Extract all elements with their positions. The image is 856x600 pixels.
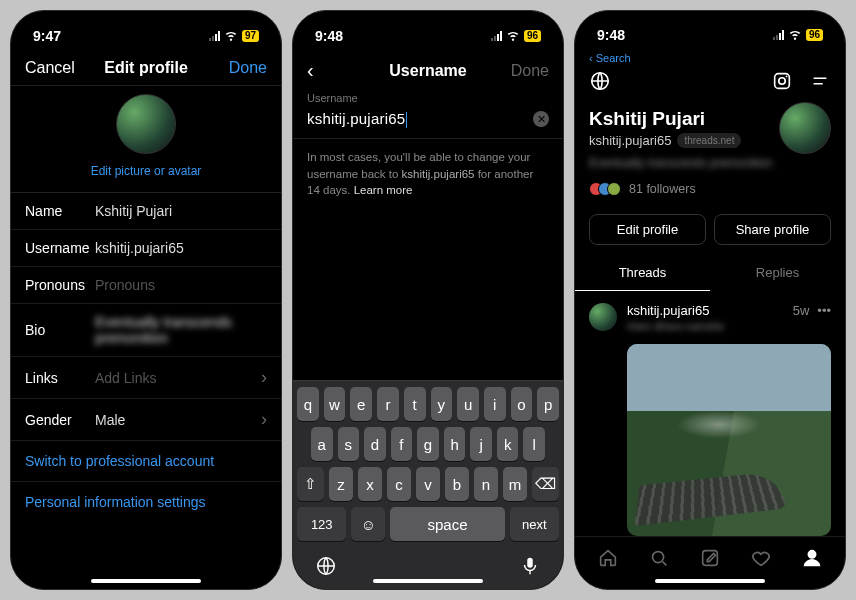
key-c[interactable]: c: [387, 467, 411, 501]
cellular-icon: [209, 31, 220, 41]
key-g[interactable]: g: [417, 427, 439, 461]
chevron-right-icon: ›: [261, 409, 267, 430]
profile-avatar[interactable]: [116, 94, 176, 154]
nav-profile-icon[interactable]: [801, 547, 823, 573]
nav-search-icon[interactable]: [648, 547, 670, 573]
key-e[interactable]: e: [350, 387, 372, 421]
chevron-right-icon: ›: [261, 367, 267, 388]
key-l[interactable]: l: [523, 427, 545, 461]
key-j[interactable]: j: [470, 427, 492, 461]
username-input[interactable]: kshitij.pujari65 ✕: [293, 104, 563, 139]
row-links[interactable]: Links Add Links ›: [11, 357, 281, 399]
tab-threads[interactable]: Threads: [575, 255, 710, 291]
key-n[interactable]: n: [474, 467, 498, 501]
key-h[interactable]: h: [444, 427, 466, 461]
back-search[interactable]: ‹ Search: [575, 50, 845, 64]
key-b[interactable]: b: [445, 467, 469, 501]
value: kshitij.pujari65: [95, 240, 267, 256]
instagram-icon[interactable]: [771, 70, 793, 96]
edit-profile-button[interactable]: Edit profile: [589, 214, 706, 245]
key-v[interactable]: v: [416, 467, 440, 501]
personal-info-link[interactable]: Personal information settings: [11, 482, 281, 522]
num-key[interactable]: 123: [297, 507, 346, 541]
label: Links: [25, 370, 95, 386]
home-indicator[interactable]: [91, 579, 201, 583]
nav-activity-icon[interactable]: [750, 547, 772, 573]
globe-icon[interactable]: [589, 70, 611, 96]
row-gender[interactable]: Gender Male ›: [11, 399, 281, 441]
back-button[interactable]: ‹: [307, 59, 361, 82]
key-y[interactable]: y: [431, 387, 453, 421]
learn-more-link[interactable]: Learn more: [354, 184, 413, 196]
cancel-button[interactable]: Cancel: [25, 59, 79, 77]
post-image[interactable]: [627, 344, 831, 536]
key-w[interactable]: w: [324, 387, 346, 421]
label: Name: [25, 203, 95, 219]
clock: 9:48: [315, 28, 343, 44]
key-o[interactable]: o: [511, 387, 533, 421]
nav-compose-icon[interactable]: [699, 547, 721, 573]
key-p[interactable]: p: [537, 387, 559, 421]
status-bar: 9:48 96: [293, 11, 563, 51]
backspace-key[interactable]: ⌫: [532, 467, 559, 501]
key-t[interactable]: t: [404, 387, 426, 421]
key-k[interactable]: k: [497, 427, 519, 461]
followers[interactable]: 81 followers: [589, 182, 831, 196]
nav-bar: ‹ Username Done: [293, 51, 563, 90]
value: Eventually transcends premonition: [95, 314, 267, 346]
share-profile-button[interactable]: Share profile: [714, 214, 831, 245]
key-z[interactable]: z: [329, 467, 353, 501]
keyboard: qwertyuiop asdfghjkl ⇧ zxcvbnm ⌫ 123 ☺ s…: [293, 380, 563, 589]
page-title: Username: [389, 62, 466, 80]
key-i[interactable]: i: [484, 387, 506, 421]
emoji-key[interactable]: ☺: [351, 507, 385, 541]
post-avatar[interactable]: [589, 303, 617, 331]
page-title: Edit profile: [104, 59, 188, 77]
more-icon[interactable]: •••: [817, 303, 831, 318]
clear-icon[interactable]: ✕: [533, 111, 549, 127]
key-f[interactable]: f: [391, 427, 413, 461]
battery-badge: 97: [242, 30, 259, 42]
key-x[interactable]: x: [358, 467, 382, 501]
bio-text: Eventually transcends premonition: [589, 156, 831, 170]
switch-professional-link[interactable]: Switch to professional account: [11, 441, 281, 482]
space-key[interactable]: space: [390, 507, 504, 541]
label: Bio: [25, 322, 95, 338]
key-a[interactable]: a: [311, 427, 333, 461]
row-bio[interactable]: Bio Eventually transcends premonition: [11, 304, 281, 357]
post-author[interactable]: kshitij.pujari65: [627, 303, 709, 318]
tab-replies[interactable]: Replies: [710, 255, 845, 291]
edit-picture-link[interactable]: Edit picture or avatar: [91, 164, 202, 178]
profile-avatar[interactable]: [779, 102, 831, 154]
battery-badge: 96: [524, 30, 541, 42]
shift-key[interactable]: ⇧: [297, 467, 324, 501]
input-value: kshitij.pujari65: [307, 110, 533, 128]
kb-row-3: ⇧ zxcvbnm ⌫: [297, 467, 559, 501]
key-m[interactable]: m: [503, 467, 527, 501]
row-pronouns[interactable]: Pronouns Pronouns: [11, 267, 281, 304]
key-q[interactable]: q: [297, 387, 319, 421]
menu-icon[interactable]: [809, 70, 831, 96]
row-username[interactable]: Username kshitij.pujari65: [11, 230, 281, 267]
svg-point-4: [779, 78, 785, 84]
home-indicator[interactable]: [373, 579, 483, 583]
nav-home-icon[interactable]: [597, 547, 619, 573]
nav-bar: Cancel Edit profile Done: [11, 51, 281, 85]
done-button[interactable]: Done: [213, 59, 267, 77]
key-d[interactable]: d: [364, 427, 386, 461]
globe-icon[interactable]: [315, 555, 337, 581]
home-indicator[interactable]: [655, 579, 765, 583]
screen-username-edit: 9:48 96 ‹ Username Done Username kshitij…: [292, 10, 564, 590]
key-s[interactable]: s: [338, 427, 360, 461]
key-u[interactable]: u: [457, 387, 479, 421]
profile-tabs: Threads Replies: [575, 255, 845, 291]
threads-net-pill[interactable]: threads.net: [677, 133, 741, 148]
row-name[interactable]: Name Kshitij Pujari: [11, 193, 281, 230]
mic-icon[interactable]: [519, 555, 541, 581]
key-r[interactable]: r: [377, 387, 399, 421]
kb-row-1: qwertyuiop: [297, 387, 559, 421]
post-age: 5w: [793, 303, 810, 318]
thread-post[interactable]: kshitij.pujari65 5w ••• Hare dhara namsh…: [575, 291, 845, 338]
clock: 9:48: [597, 27, 625, 43]
next-key[interactable]: next: [510, 507, 559, 541]
